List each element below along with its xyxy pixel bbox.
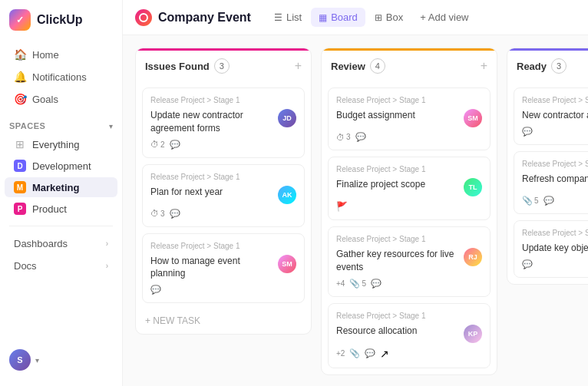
docs-label: Docs <box>14 260 37 272</box>
card-avatar: RJ <box>464 248 482 266</box>
card-manage-event[interactable]: Release Project > Stage 1 How to manage … <box>142 233 305 304</box>
dashboards-label: Dashboards <box>14 238 68 249</box>
card-new-contractor[interactable]: Release Project > Stage 1 New contractor… <box>514 87 588 145</box>
add-view-button[interactable]: + Add view <box>412 8 476 27</box>
col-title-group-issues: Issues Found 3 <box>145 58 230 74</box>
card-avatar: AK <box>278 186 296 204</box>
sidebar-item-docs[interactable]: Docs › <box>5 256 117 276</box>
card-badge-comment: 💬 <box>522 127 533 137</box>
card-badge-extra: +2 <box>336 349 345 358</box>
list-icon: ☰ <box>274 12 282 23</box>
col-title-group-review: Review 4 <box>331 58 385 74</box>
sidebar-item-everything-label: Everything <box>32 139 79 150</box>
sidebar-item-product[interactable]: P Product <box>5 199 117 219</box>
logo-icon: ✓ <box>9 9 31 31</box>
home-icon: 🏠 <box>14 48 26 61</box>
sidebar-item-everything[interactable]: ⊞ Everything <box>5 134 117 154</box>
cards-review: Release Project > Stage 1 Budget assignm… <box>322 81 497 374</box>
attach-icon: 📎 <box>349 279 360 289</box>
col-header-ready: Ready 3 + <box>507 48 588 81</box>
card-badge-time: ⏱ 3 <box>150 209 165 218</box>
docs-arrow-icon: › <box>106 262 108 270</box>
card-content: Plan for next year AK <box>150 186 296 204</box>
card-title: Refresh company website <box>522 173 588 186</box>
card-gather-resources[interactable]: Release Project > Stage 1 Gather key res… <box>328 226 491 297</box>
logo-area[interactable]: ✓ ClickUp <box>0 9 122 40</box>
card-meta: Release Project > Stage 1 <box>336 165 482 173</box>
add-view-label: + Add view <box>420 12 468 23</box>
card-badge-comment: 💬 <box>355 132 366 142</box>
tab-list[interactable]: ☰ List <box>266 8 309 27</box>
card-footer: +4 📎 5 💬 <box>336 279 482 289</box>
col-add-issues[interactable]: + <box>295 59 302 73</box>
card-refresh-website[interactable]: Release Project > Stage 1 Refresh compan… <box>514 151 588 214</box>
comment-icon: 💬 <box>355 132 366 142</box>
card-content: Budget assignment SM <box>336 109 482 127</box>
card-badge-comment: 💬 <box>522 259 533 269</box>
comment-icon: 💬 <box>365 348 375 358</box>
new-task-issues[interactable]: + NEW TASK <box>136 309 311 334</box>
project-icon-inner <box>139 13 148 22</box>
card-footer: 💬 <box>522 127 588 137</box>
col-header-review: Review 4 + <box>322 48 497 81</box>
spaces-arrow-icon[interactable]: ▾ <box>109 122 113 130</box>
sidebar-item-notifications[interactable]: 🔔 Notifications <box>5 66 117 87</box>
cursor-indicator: ↗ <box>380 348 389 360</box>
main-content: Company Event ☰ List ▦ Board ⊞ Box + Add… <box>123 0 588 386</box>
sidebar-item-marketing[interactable]: M Marketing <box>5 177 117 197</box>
card-content: Resource allocation KP <box>336 325 482 343</box>
card-plan-next-year[interactable]: Release Project > Stage 1 Plan for next … <box>142 164 305 227</box>
col-title-issues: Issues Found <box>145 61 210 72</box>
sidebar-nav: 🏠 Home 🔔 Notifications 🎯 Goals <box>0 40 122 114</box>
flag-icon: 🚩 <box>336 201 348 212</box>
dashboards-arrow-icon: › <box>106 239 108 248</box>
tab-box[interactable]: ⊞ Box <box>367 8 411 27</box>
card-badge-comment: 💬 <box>170 140 180 150</box>
project-header: Company Event <box>135 9 251 26</box>
logo-text: ClickUp <box>37 13 83 27</box>
card-content: Gather key resources for live events RJ <box>336 248 482 274</box>
card-meta: Release Project > Stage 1 <box>336 312 482 320</box>
card-footer: +2 📎 💬 ↗ <box>336 348 482 360</box>
card-badge-attach: 📎 5 <box>522 196 539 206</box>
card-finalize-scope[interactable]: Release Project > Stage 1 Finalize proje… <box>328 157 491 220</box>
card-meta: Release Project > Stage 1 <box>150 242 296 250</box>
cards-ready: Release Project > Stage 1 New contractor… <box>507 81 588 284</box>
sidebar-item-dashboards[interactable]: Dashboards › <box>5 233 117 254</box>
box-icon: ⊞ <box>375 12 382 23</box>
card-title: New contractor agreement <box>522 109 588 122</box>
card-badge-comment: 💬 <box>543 196 554 206</box>
card-budget-assignment[interactable]: Release Project > Stage 1 Budget assignm… <box>328 87 491 150</box>
time-icon: ⏱ <box>150 140 159 149</box>
sidebar-divider <box>9 226 113 226</box>
card-resource-allocation[interactable]: Release Project > Stage 1 Resource alloc… <box>328 303 491 368</box>
comment-icon: 💬 <box>170 140 180 150</box>
column-issues-found: Issues Found 3 + Release Project > Stage… <box>135 48 312 335</box>
card-meta: Release Project > Stage 1 <box>522 229 588 237</box>
card-content: Finalize project scope TL <box>336 178 482 196</box>
new-task-label: + NEW TASK <box>145 315 200 326</box>
sidebar-item-development[interactable]: D Development <box>5 156 117 176</box>
time-icon: ⏱ <box>336 133 345 142</box>
card-footer: 📎 5 💬 <box>522 196 588 206</box>
sidebar-item-home[interactable]: 🏠 Home <box>5 44 117 65</box>
card-title: Plan for next year <box>150 186 273 199</box>
card-badge-time: ⏱ 3 <box>336 133 351 142</box>
card-meta: Release Project > Stage 1 <box>150 173 296 181</box>
card-meta: Release Project > Stage 1 <box>522 96 588 104</box>
card-footer: 🚩 <box>336 201 482 212</box>
col-add-review[interactable]: + <box>481 59 487 73</box>
comment-icon: 💬 <box>543 196 554 206</box>
spaces-section: Spaces ▾ <box>0 114 122 134</box>
comment-icon: 💬 <box>170 209 180 219</box>
user-menu-arrow[interactable]: ▾ <box>35 356 39 365</box>
tab-board[interactable]: ▦ Board <box>311 8 365 27</box>
col-title-group-ready: Ready 3 <box>517 58 567 74</box>
col-count-issues: 3 <box>214 58 230 74</box>
card-title: Finalize project scope <box>336 178 459 191</box>
card-meta: Release Project > Stage 1 <box>522 160 588 168</box>
card-update-objectives[interactable]: Release Project > Stage 1 Update key obj… <box>514 220 588 278</box>
user-avatar[interactable]: S <box>9 349 31 371</box>
card-update-contractor[interactable]: Release Project > Stage 1 Update new con… <box>142 87 305 158</box>
sidebar-item-goals[interactable]: 🎯 Goals <box>5 88 117 110</box>
